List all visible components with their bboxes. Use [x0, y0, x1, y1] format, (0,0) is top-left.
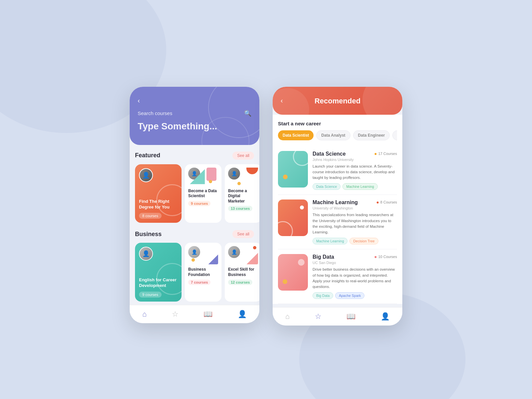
tag-decision-tree[interactable]: Decision Tree [349, 238, 378, 244]
recommended-back-button[interactable]: ‹ [281, 97, 283, 104]
course-thumb-big-data [278, 254, 308, 291]
filter-more[interactable]: De... [392, 130, 397, 140]
business-section: Business See all 👤 English for Career De… [135, 230, 254, 302]
phones-container: ‹ Search courses 🔍 Type Something... Fea… [130, 73, 402, 326]
tag-data-science[interactable]: Data Science [313, 183, 340, 190]
featured-section-header: Featured See all [135, 152, 254, 160]
thumb-deco-teal [278, 151, 308, 188]
bcard3-graphic: 👤 [228, 246, 258, 264]
course-university-1: Johns Hopkins University [313, 158, 397, 162]
business-avatar-img: 👤 [140, 247, 152, 260]
nav-user-icon[interactable]: 👤 [238, 310, 247, 319]
course-thumb-data-science [278, 151, 308, 188]
business-section-header: Business See all [135, 230, 254, 238]
course-title-row-2: Machine Learning ●8 Courses [313, 200, 397, 205]
orange-dot2-shape [237, 182, 241, 185]
career-section-title: Start a new career [278, 121, 397, 126]
phone1-body: Featured See all 👤 Find The Right Degree… [130, 145, 259, 302]
course-count-3: ●10 Courses [374, 254, 397, 259]
course-desc-3: Drive better business decisions with an … [313, 267, 397, 290]
course-info-big-data: Big Data ●10 Courses UC San Diego Drive … [313, 254, 397, 299]
filter-data-analyst[interactable]: Data Analyst [316, 130, 350, 140]
nav2-star-icon[interactable]: ☆ [315, 312, 322, 321]
nav-star-icon[interactable]: ☆ [172, 310, 179, 319]
dot-red-2: ● [376, 200, 379, 205]
course-item-machine-learning[interactable]: Machine Learning ●8 Courses University o… [278, 195, 397, 249]
course-name-3: Big Data [313, 254, 334, 260]
thumb-large-dot [298, 259, 305, 266]
featured-see-all-button[interactable]: See all [232, 152, 254, 160]
thumb-circle2 [278, 221, 293, 236]
featured-card3[interactable]: 👤 Become a Digital Marketer 13 courses [225, 164, 259, 223]
gold-dot-shape [192, 258, 195, 262]
business-card3[interactable]: 👤 Excel Skill for Business 12 courses [225, 243, 259, 302]
course-item-data-science[interactable]: Data Science ●17 Courses Johns Hopkins U… [278, 146, 397, 195]
tag-machine-learning-1[interactable]: Machine Learning [342, 183, 377, 190]
search-placeholder[interactable]: Type Something... [138, 121, 251, 132]
course-name-2: Machine Learning [313, 200, 358, 205]
course-info-machine-learning: Machine Learning ●8 Courses University o… [313, 200, 397, 244]
avatar-image: 👤 [140, 169, 152, 182]
phone1-bottom-nav: ⌂ ☆ 📖 👤 [130, 305, 259, 323]
card3-courses: 13 courses [228, 206, 252, 211]
orange-dot-shape [209, 180, 212, 183]
dot-orange-1: ● [374, 151, 377, 156]
nav2-home-icon[interactable]: ⌂ [285, 312, 290, 321]
filter-data-scientist[interactable]: Data Scientist [278, 130, 314, 140]
card-main-courses: 8 courses [139, 213, 162, 219]
bcard2-graphic: 👤 [188, 246, 218, 264]
course-desc-2: This specializations from leading resear… [313, 212, 397, 235]
featured-main-card[interactable]: 👤 Find The Right Degree for You 8 course… [135, 164, 182, 223]
course-item-big-data[interactable]: Big Data ●10 Courses UC San Diego Drive … [278, 249, 397, 304]
course-tags-2: Machine Learning Decision Tree [313, 238, 397, 244]
filter-tabs: Data Scientist Data Analyst Data Enginee… [278, 130, 397, 140]
search-label: Search courses [138, 110, 172, 116]
course-tags-3: Big Data Apache Spark [313, 292, 397, 299]
business-main-courses: 9 courses [139, 292, 162, 298]
purple-tri-shape [208, 254, 218, 264]
business-main-card[interactable]: 👤 English for Career Development 9 cours… [135, 243, 182, 302]
card-avatar: 👤 [139, 168, 153, 182]
featured-card2[interactable]: 👤 Become a Data Scientist 9 courses [185, 164, 221, 223]
red-semi-shape [246, 168, 258, 174]
pink-tri-shape [246, 253, 258, 264]
thumb-circle1 [293, 151, 308, 166]
back-button[interactable]: ‹ [138, 97, 140, 104]
search-icon[interactable]: 🔍 [244, 110, 251, 117]
phone2-body: Start a new career Data Scientist Data A… [273, 115, 402, 304]
featured-title: Featured [135, 152, 160, 159]
course-title-row-1: Data Science ●17 Courses [313, 151, 397, 157]
nav2-book-icon[interactable]: 📖 [346, 312, 355, 321]
phone-search: ‹ Search courses 🔍 Type Something... Fea… [130, 87, 259, 324]
thumb-deco-pink [278, 254, 308, 291]
course-info-data-science: Data Science ●17 Courses Johns Hopkins U… [313, 151, 397, 190]
business-see-all-button[interactable]: See all [232, 230, 254, 238]
course-tags-1: Data Science Machine Learning [313, 183, 397, 190]
phone2-bottom-nav: ⌂ ☆ 📖 👤 [273, 307, 402, 326]
tag-apache-spark[interactable]: Apache Spark [335, 292, 364, 299]
nav2-user-icon[interactable]: 👤 [381, 312, 390, 321]
thumb-gold-dot [283, 175, 288, 179]
tag-big-data[interactable]: Big Data [313, 292, 333, 299]
dot-pink-3: ● [374, 254, 377, 259]
nav-book-icon[interactable]: 📖 [203, 310, 212, 319]
bcard3-title: Excel Skill for Business [228, 267, 258, 277]
course-thumb-machine-learning [278, 200, 308, 236]
course-desc-1: Launch your career in data science. A Se… [313, 164, 397, 181]
filter-data-engineer[interactable]: Data Engineer [353, 130, 390, 140]
nav-home-icon[interactable]: ⌂ [142, 310, 147, 319]
pink-rect-shape [206, 168, 216, 181]
course-count-2: ●8 Courses [376, 200, 397, 205]
featured-cards: 👤 Find The Right Degree for You 8 course… [135, 164, 254, 223]
bcard2-courses: 7 courses [188, 280, 210, 285]
card2-graphic: 👤 [188, 168, 218, 186]
business-card2[interactable]: 👤 Business Foundation 7 courses [185, 243, 221, 302]
card-main-title: Find The Right Degree for You [139, 199, 178, 210]
course-title-row-3: Big Data ●10 Courses [313, 254, 397, 260]
course-count-1: ●17 Courses [374, 151, 397, 156]
red-dot-shape [253, 246, 256, 249]
thumb-deco-salmon [278, 200, 308, 236]
phone-recommended: ‹ Recomended Start a new career Data Sci… [273, 87, 402, 326]
tag-machine-learning-2[interactable]: Machine Learning [313, 238, 347, 244]
card3-title: Become a Digital Marketer [228, 189, 258, 204]
